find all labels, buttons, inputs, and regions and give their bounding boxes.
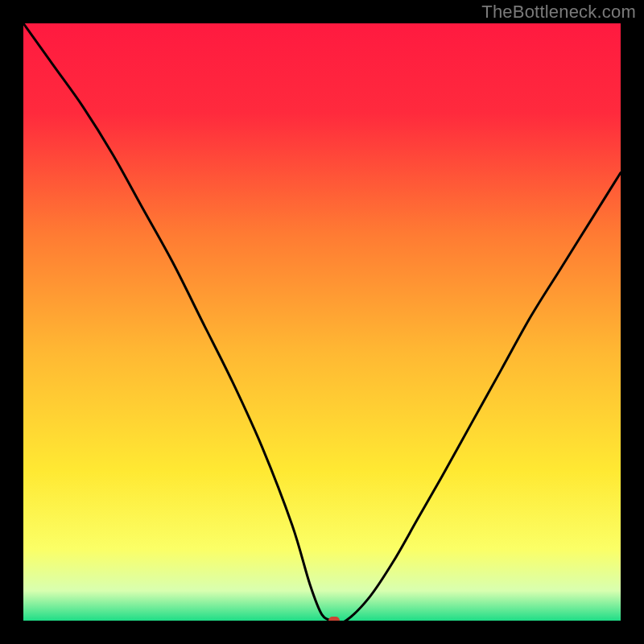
optimal-point-marker — [328, 617, 340, 621]
chart-frame: TheBottleneck.com — [0, 0, 644, 644]
watermark-text: TheBottleneck.com — [481, 2, 636, 23]
plot-area — [23, 23, 621, 621]
bottleneck-curve — [23, 23, 621, 621]
